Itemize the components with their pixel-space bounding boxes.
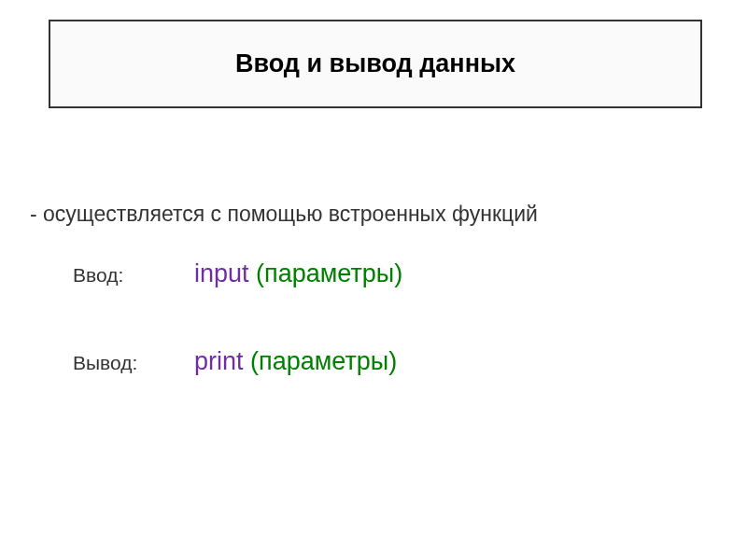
title-box: Ввод и вывод данных (49, 20, 702, 108)
output-param: параметры (259, 347, 388, 375)
slide-title: Ввод и вывод данных (235, 49, 515, 78)
input-function: input (параметры) (194, 259, 402, 288)
output-close-paren: ) (388, 347, 397, 375)
input-func-name: input (194, 259, 256, 287)
output-open-paren: ( (250, 347, 259, 375)
output-row: Вывод: print (параметры) (73, 347, 397, 376)
input-open-paren: ( (256, 259, 264, 287)
output-label: Вывод: (73, 352, 194, 374)
input-param: параметры (264, 259, 394, 287)
input-label: Ввод: (73, 264, 194, 287)
input-row: Ввод: input (параметры) (73, 259, 402, 288)
description-text: - осуществляется с помощью встроенных фу… (30, 202, 538, 227)
output-func-name: print (194, 347, 250, 375)
output-function: print (параметры) (194, 347, 397, 376)
input-close-paren: ) (394, 259, 402, 287)
